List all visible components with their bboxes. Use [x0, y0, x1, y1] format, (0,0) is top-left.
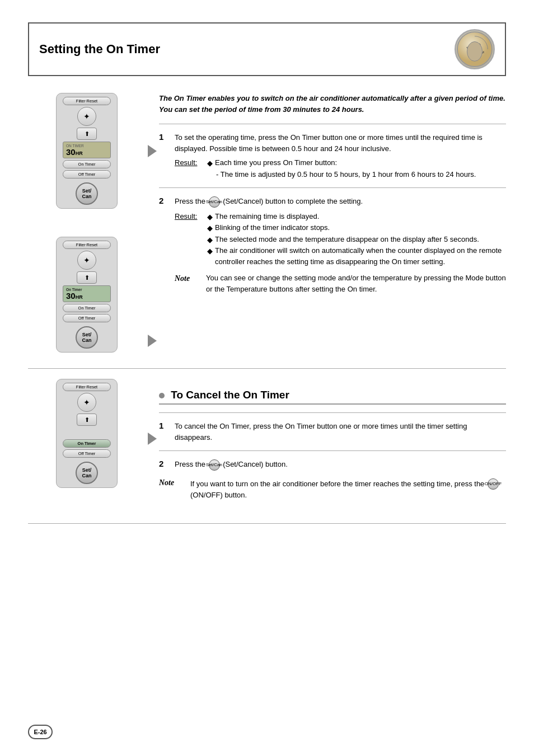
- bottom-divider: [28, 523, 506, 524]
- step-1-num: 1: [159, 132, 169, 180]
- header-box: Setting the On Timer Wireless Remote Con…: [28, 22, 506, 76]
- cancel-note-content: If you want to turn on the air condition…: [190, 478, 506, 501]
- step-2-result-row: Result: ◆ The remaining time is displaye…: [175, 211, 506, 267]
- divider-1: [159, 124, 506, 124]
- cancel-step-1: 1 To cancel the On Timer, press the On T…: [159, 421, 506, 443]
- filter-reset-btn-3[interactable]: Filter·Reset: [63, 383, 111, 391]
- step-2-bullet-4: ◆ The air conditioner will switch on aut…: [207, 245, 506, 267]
- on-off-icon-inline: ON/OFF: [488, 478, 499, 490]
- screen-time-1: 30HR: [66, 148, 107, 156]
- right-column-cancel: To Cancel the On Timer 1 To cancel the O…: [159, 379, 506, 501]
- cancel-step-2-content: Press the Set/Can (Set/Cancel) button.: [175, 459, 506, 471]
- filter-reset-btn-1[interactable]: Filter·Reset: [63, 97, 111, 105]
- fan-btn-3[interactable]: ⬆: [77, 414, 97, 426]
- step-2-bullet-2-text: Blinking of the timer indicator stops.: [215, 222, 330, 234]
- remote-screen-2: On Timer 30HR: [63, 285, 111, 302]
- cancel-divider-1: [159, 412, 506, 413]
- mode-btn-2[interactable]: ✦: [77, 251, 96, 270]
- step-1-sub-text: - The time is adjusted by 0.5 hour to 5 …: [207, 169, 476, 180]
- remote-illus-2: Filter·Reset ✦ ⬆ On Timer 30HR On Timer …: [28, 237, 146, 353]
- screen-time-2: 30HR: [66, 292, 107, 300]
- step-2: 2 Press the Set/Can (Set/Cancel) button …: [159, 196, 506, 294]
- page-title: Setting the On Timer: [39, 42, 160, 57]
- mode-btn-1[interactable]: ✦: [77, 107, 96, 126]
- step-1: 1 To set the operating time, press the O…: [159, 132, 506, 180]
- off-timer-btn-3[interactable]: Off Timer: [63, 449, 111, 458]
- cancel-section-layout: Filter·Reset ✦ ⬆ On Timer Off Timer Set/…: [28, 379, 506, 501]
- off-timer-btn-2[interactable]: Off Timer: [63, 314, 111, 322]
- step-2-bullet-1: ◆ The remaining time is displayed.: [207, 211, 506, 223]
- on-timer-btn-1[interactable]: On Timer: [63, 160, 111, 168]
- fan-btn-1[interactable]: ⬆: [77, 128, 97, 140]
- step-1-bullet-1-text: Each time you press On Timer button:: [215, 157, 337, 169]
- cancel-divider-2: [159, 450, 506, 451]
- remote-illus-3: Filter·Reset ✦ ⬆ On Timer Off Timer Set/…: [28, 379, 146, 488]
- step-1-result-row: Result: ◆ Each time you press On Timer b…: [175, 157, 506, 180]
- step-2-result-content: ◆ The remaining time is displayed. ◆ Bli…: [207, 211, 506, 267]
- step-2-bullet-4-text: The air conditioner will switch on autom…: [215, 245, 506, 267]
- step-2-bullet-3: ◆ The selected mode and the temperature …: [207, 234, 506, 246]
- empty-screen: [63, 428, 111, 438]
- page: Setting the On Timer Wireless Remote Con…: [0, 0, 534, 756]
- set-cancel-btn-1[interactable]: Set/Can: [76, 182, 98, 205]
- cancel-step-1-text: To cancel the On Timer, press the On Tim…: [175, 422, 467, 442]
- step-2-text: Press the Set/Can (Set/Cancel) button to…: [175, 197, 363, 205]
- main-layout: Filter·Reset ✦ ⬆ ON TIMER 30HR: [28, 93, 506, 353]
- cancel-step-1-num: 1: [159, 421, 169, 443]
- set-cancel-icon-inline-2: Set/Can: [209, 459, 220, 471]
- remote-screen-1: ON TIMER 30HR: [63, 142, 111, 158]
- arrow-indicator-2: [148, 335, 157, 347]
- cancel-heading: To Cancel the On Timer: [159, 389, 506, 405]
- cancel-step-1-content: To cancel the On Timer, press the On Tim…: [175, 421, 506, 443]
- remote-illus-1: Filter·Reset ✦ ⬆ ON TIMER 30HR: [28, 93, 146, 209]
- step-2-num: 2: [159, 196, 169, 294]
- step-2-content: Press the Set/Can (Set/Cancel) button to…: [175, 196, 506, 294]
- divider-2: [159, 187, 506, 188]
- on-timer-btn-3[interactable]: On Timer: [63, 439, 111, 448]
- cancel-step-2: 2 Press the Set/Can (Set/Cancel) button.: [159, 459, 506, 471]
- remote-badge: Wireless Remote Controller: [455, 29, 495, 69]
- arrow-indicator-3: [148, 433, 157, 445]
- filter-reset-btn-2[interactable]: Filter·Reset: [63, 241, 111, 249]
- mode-btn-3[interactable]: ✦: [77, 393, 96, 412]
- off-timer-btn-1[interactable]: Off Timer: [63, 170, 111, 179]
- step-2-bullet-3-text: The selected mode and the temperature di…: [215, 234, 479, 246]
- note-label-1: Note: [175, 273, 199, 294]
- left-column: Filter·Reset ✦ ⬆ ON TIMER 30HR: [28, 93, 146, 353]
- fan-btn-2[interactable]: ⬆: [77, 271, 97, 284]
- remote-body-3: Filter·Reset ✦ ⬆ On Timer Off Timer Set/…: [56, 379, 118, 488]
- cancel-step-2-text: Press the Set/Can (Set/Cancel) button.: [175, 460, 288, 468]
- step-1-bullet-1: ◆ Each time you press On Timer button:: [207, 157, 476, 169]
- intro-text: The On Timer enables you to switch on th…: [159, 93, 506, 115]
- remote-body-2: Filter·Reset ✦ ⬆ On Timer 30HR On Timer …: [56, 237, 118, 353]
- on-timer-btn-2[interactable]: On Timer: [63, 304, 111, 312]
- page-number: E-26: [34, 729, 46, 735]
- cancel-note-label: Note: [159, 478, 184, 501]
- step-2-result-label: Result:: [175, 211, 203, 267]
- step-2-note: Note You can see or change the setting m…: [175, 273, 506, 294]
- note-content-1: You can see or change the setting mode a…: [206, 273, 506, 294]
- step-2-bullet-2: ◆ Blinking of the timer indicator stops.: [207, 222, 506, 234]
- cancel-step-2-num: 2: [159, 459, 169, 471]
- cancel-note: Note If you want to turn on the air cond…: [159, 478, 506, 501]
- bullet-dot-icon: [159, 393, 165, 398]
- step-1-result-content: ◆ Each time you press On Timer button: -…: [207, 157, 476, 180]
- set-cancel-icon-inline-1: Set/Can: [209, 196, 220, 208]
- right-column: The On Timer enables you to switch on th…: [159, 93, 506, 353]
- remote-body-1: Filter·Reset ✦ ⬆ ON TIMER 30HR: [56, 93, 118, 209]
- step-1-content: To set the operating time, press the On …: [175, 132, 506, 180]
- step-2-bullet-1-text: The remaining time is displayed.: [215, 211, 319, 223]
- svg-point-4: [467, 41, 482, 61]
- step-1-result-label: Result:: [175, 157, 203, 180]
- set-cancel-btn-3[interactable]: Set/Can: [76, 462, 98, 484]
- arrow-indicator-1: [148, 145, 157, 157]
- section-divider: [28, 368, 506, 369]
- bullet-sym-1: ◆: [207, 158, 213, 169]
- left-column-cancel: Filter·Reset ✦ ⬆ On Timer Off Timer Set/…: [28, 379, 146, 501]
- page-number-badge: E-26: [28, 725, 53, 739]
- step-1-text: To set the operating time, press the On …: [175, 133, 483, 153]
- set-cancel-btn-2[interactable]: Set/Can: [76, 326, 98, 349]
